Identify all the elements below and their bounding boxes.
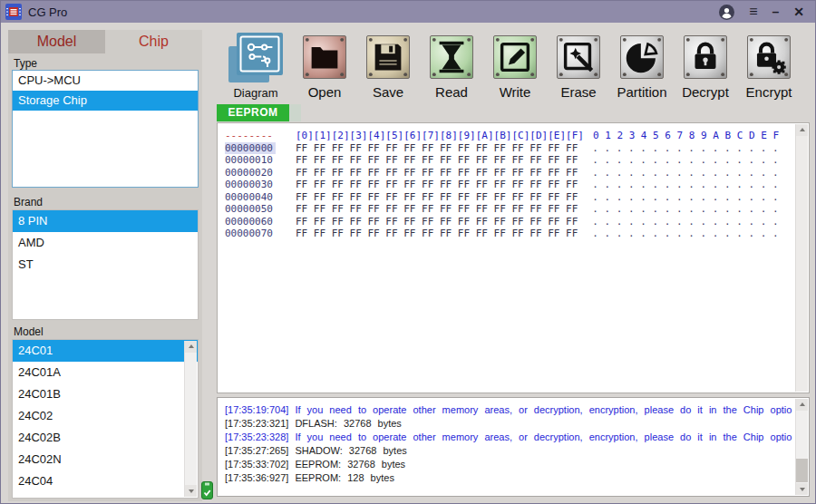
floppy-disk-icon — [366, 35, 410, 79]
hex-address[interactable]: 00000070 — [225, 228, 276, 240]
tab-model[interactable]: Model — [8, 30, 105, 53]
tool-label: Save — [373, 84, 403, 100]
pie-chart-icon — [620, 35, 664, 79]
type-label: Type — [14, 57, 37, 70]
list-item-amd[interactable]: AMD — [13, 232, 198, 254]
hex-row[interactable]: 00000050FF FF FF FF FF FF FF FF FF FF FF… — [225, 203, 809, 216]
encrypt-button[interactable]: Encrypt — [737, 32, 801, 100]
open-button[interactable]: Open — [293, 32, 356, 100]
list-item-24c01[interactable]: 24C01 — [13, 340, 198, 362]
hourglass-icon — [430, 35, 473, 79]
hex-ascii: . . . . . . . . . . . . . . . . — [592, 228, 778, 240]
hex-address[interactable]: 00000010 — [225, 154, 276, 167]
log-entry: [17:35:27:265] SHADOW: 32768 bytes — [225, 444, 792, 458]
hex-header-dashes: -------- — [225, 130, 276, 142]
hex-row[interactable]: 00000010FF FF FF FF FF FF FF FF FF FF FF… — [225, 154, 809, 167]
hex-bytes[interactable]: FF FF FF FF FF FF FF FF FF FF FF FF FF F… — [296, 203, 578, 216]
hex-header-ascii: 0 1 2 3 4 5 6 7 8 9 A B C D E F — [593, 130, 779, 142]
hex-ascii: . . . . . . . . . . . . . . . . — [592, 191, 778, 204]
close-icon[interactable]: ✕ — [793, 5, 804, 18]
hex-header-columns: [0][1][2][3][4][5][6][7][8][9][A][B][C][… — [296, 130, 584, 142]
hex-ascii: . . . . . . . . . . . . . . . . — [592, 154, 778, 167]
hex-row[interactable]: 00000040FF FF FF FF FF FF FF FF FF FF FF… — [225, 191, 809, 204]
decrypt-button[interactable]: Decrypt — [674, 32, 737, 100]
scroll-down-arrow-icon[interactable] — [796, 483, 808, 495]
circuit-diagram-icon — [228, 33, 283, 82]
log-entries: [17:35:19:704] If you need to operate ot… — [225, 403, 792, 485]
list-item-24c02[interactable]: 24C02 — [13, 405, 198, 427]
hex-row[interactable]: 00000020FF FF FF FF FF FF FF FF FF FF FF… — [225, 167, 809, 179]
list-item-storage-chip[interactable]: Storage Chip — [13, 91, 198, 111]
model-label: Model — [14, 325, 44, 338]
hex-ascii: . . . . . . . . . . . . . . . . — [592, 203, 778, 216]
hex-address[interactable]: 00000060 — [225, 216, 276, 228]
scroll-up-arrow-icon[interactable] — [185, 341, 197, 353]
partition-button[interactable]: Partition — [610, 32, 674, 100]
hex-scrollbar[interactable] — [795, 124, 808, 392]
log-panel[interactable]: [17:35:19:704] If you need to operate ot… — [217, 397, 810, 497]
menu-icon[interactable]: ≡ — [749, 5, 757, 18]
list-item-cpu-mcu[interactable]: CPU->MCU — [13, 71, 198, 91]
hex-bytes[interactable]: FF FF FF FF FF FF FF FF FF FF FF FF FF F… — [296, 228, 578, 240]
list-item-24c01b[interactable]: 24C01B — [13, 383, 198, 405]
tool-label: Open — [308, 84, 342, 100]
hex-ascii: . . . . . . . . . . . . . . . . — [592, 142, 778, 155]
log-scrollbar[interactable] — [795, 399, 808, 495]
hex-address[interactable]: 00000000 — [225, 142, 276, 155]
list-item-24c02n[interactable]: 24C02N — [13, 449, 198, 470]
device-connected-icon — [201, 481, 213, 499]
diagram-button[interactable]: Diagram — [219, 32, 293, 100]
titlebar: CG Pro ≡ – ✕ — [1, 1, 815, 23]
hex-address[interactable]: 00000040 — [225, 191, 276, 204]
memory-progress-bar: EEPROM — [217, 104, 301, 121]
tool-label: Partition — [617, 84, 666, 100]
save-button[interactable]: Save — [356, 32, 420, 100]
type-list: CPU->MCUStorage Chip — [12, 70, 199, 188]
toolbar: Diagram OpenSaveReadWriteErasePartitionD… — [219, 32, 801, 100]
tool-label: Read — [435, 84, 468, 100]
hex-viewer[interactable]: --------[0][1][2][3][4][5][6][7][8][9][A… — [217, 122, 810, 393]
tool-label: Erase — [560, 84, 596, 100]
erase-button[interactable]: Erase — [547, 32, 610, 100]
model-list: 24C0124C01A24C01B24C0224C02B24C02N24C04 — [12, 339, 199, 499]
padlock-gear-icon — [747, 35, 791, 79]
hex-row[interactable]: 00000070FF FF FF FF FF FF FF FF FF FF FF… — [225, 228, 809, 240]
read-button[interactable]: Read — [420, 32, 483, 100]
write-button[interactable]: Write — [483, 32, 547, 100]
scroll-up-arrow-icon[interactable] — [796, 124, 808, 136]
minimize-icon[interactable]: – — [772, 5, 779, 18]
list-item-24c02b[interactable]: 24C02B — [13, 427, 198, 449]
hex-address[interactable]: 00000020 — [225, 167, 276, 179]
hex-bytes[interactable]: FF FF FF FF FF FF FF FF FF FF FF FF FF F… — [296, 154, 578, 167]
hex-bytes[interactable]: FF FF FF FF FF FF FF FF FF FF FF FF FF F… — [296, 142, 578, 155]
sidebar-tabs: Model Chip — [8, 30, 202, 53]
list-item-24c01a[interactable]: 24C01A — [13, 362, 198, 383]
hex-bytes[interactable]: FF FF FF FF FF FF FF FF FF FF FF FF FF F… — [296, 167, 578, 179]
user-account-icon[interactable] — [719, 5, 734, 20]
scrollbar-thumb[interactable] — [796, 459, 808, 482]
tab-chip[interactable]: Chip — [105, 30, 202, 53]
hex-row[interactable]: 00000030FF FF FF FF FF FF FF FF FF FF FF… — [225, 179, 809, 191]
window-title: CG Pro — [28, 5, 67, 19]
hex-rows: 00000000FF FF FF FF FF FF FF FF FF FF FF… — [225, 142, 809, 240]
hex-ascii: . . . . . . . . . . . . . . . . — [592, 167, 778, 179]
hex-row[interactable]: 00000060FF FF FF FF FF FF FF FF FF FF FF… — [225, 216, 809, 228]
hex-row[interactable]: 00000000FF FF FF FF FF FF FF FF FF FF FF… — [225, 142, 809, 155]
hex-bytes[interactable]: FF FF FF FF FF FF FF FF FF FF FF FF FF F… — [296, 191, 578, 204]
hex-bytes[interactable]: FF FF FF FF FF FF FF FF FF FF FF FF FF F… — [296, 216, 578, 228]
scroll-down-arrow-icon[interactable] — [185, 485, 197, 497]
hex-address[interactable]: 00000050 — [225, 203, 276, 216]
hex-address[interactable]: 00000030 — [225, 179, 276, 191]
list-item-8-pin[interactable]: 8 PIN — [13, 210, 198, 232]
list-item-24c04[interactable]: 24C04 — [13, 470, 198, 492]
hex-header-row: --------[0][1][2][3][4][5][6][7][8][9][A… — [225, 130, 809, 142]
hex-ascii: . . . . . . . . . . . . . . . . — [592, 179, 778, 191]
padlock-icon — [684, 35, 727, 79]
brand-label: Brand — [14, 196, 43, 208]
hex-bytes[interactable]: FF FF FF FF FF FF FF FF FF FF FF FF FF F… — [296, 179, 578, 191]
scroll-up-arrow-icon[interactable] — [796, 399, 808, 411]
model-list-scrollbar[interactable] — [184, 341, 197, 497]
list-item-st[interactable]: ST — [13, 254, 198, 276]
app-chip-icon — [5, 4, 22, 20]
log-entry: [17:35:23:328] If you need to operate ot… — [225, 431, 792, 444]
